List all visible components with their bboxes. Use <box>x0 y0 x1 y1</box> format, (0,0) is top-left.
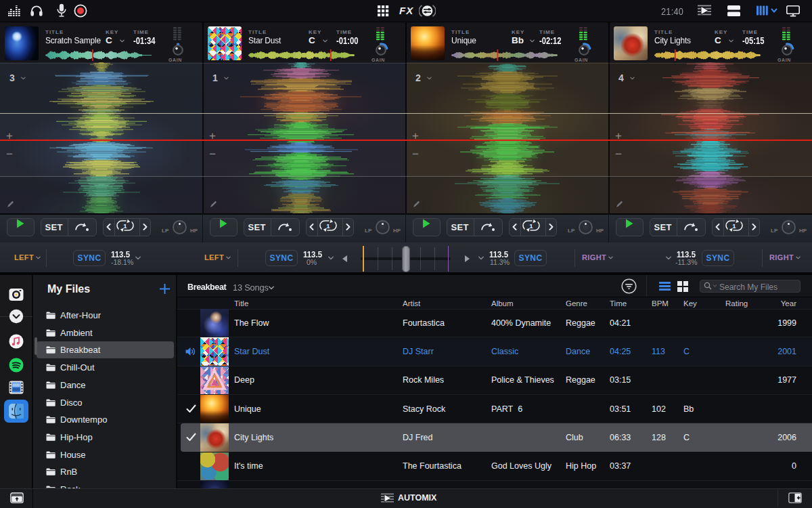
svg-text:1: 1 <box>529 222 533 230</box>
svg-text:1: 1 <box>732 222 736 230</box>
svg-text:1: 1 <box>123 222 127 230</box>
svg-text:1: 1 <box>326 222 330 230</box>
